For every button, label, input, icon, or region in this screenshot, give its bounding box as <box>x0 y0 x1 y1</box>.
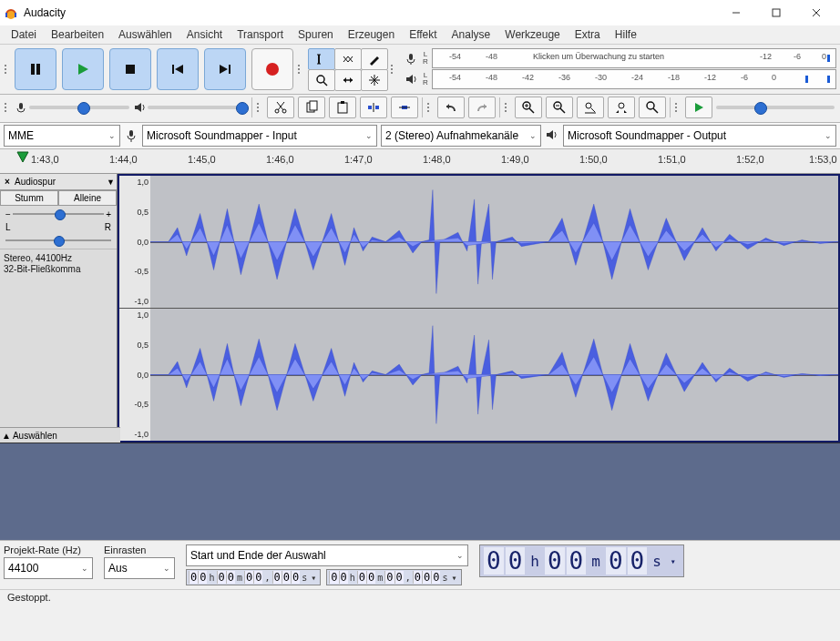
grip-icon[interactable] <box>297 48 304 90</box>
selection-end-time[interactable]: 00h 00m 00, 000s▾ <box>326 569 461 585</box>
fit-selection-button[interactable] <box>577 97 604 118</box>
fit-project-button[interactable] <box>608 97 635 118</box>
timeline-ruler[interactable]: 1:43,0 1:44,0 1:45,0 1:46,0 1:47,0 1:48,… <box>0 149 840 174</box>
selection-mode-dropdown[interactable]: Start und Ende der Auswahl⌄ <box>186 544 468 566</box>
timeshift-tool-button[interactable] <box>334 69 362 91</box>
zoom-tool-button[interactable] <box>308 69 335 91</box>
svg-point-15 <box>266 63 279 76</box>
svg-marker-67 <box>17 152 28 162</box>
track-area: × Audiospur ▼ Stumm Alleine −+ LR Stereo… <box>0 174 840 443</box>
grip-icon[interactable] <box>4 103 11 112</box>
speaker-icon <box>545 128 559 143</box>
svg-marker-46 <box>446 104 449 109</box>
grip-icon[interactable] <box>256 103 263 112</box>
snap-dropdown[interactable]: Aus⌄ <box>104 557 175 579</box>
cut-button[interactable] <box>267 97 294 118</box>
envelope-tool-button[interactable] <box>334 48 362 70</box>
waveform-right[interactable] <box>150 309 838 441</box>
mute-button[interactable]: Stumm <box>0 190 58 206</box>
vertical-scale[interactable]: 1,00,50,0-0,5-1,0 <box>119 176 150 308</box>
host-api-dropdown[interactable]: MME⌄ <box>4 125 120 147</box>
draw-tool-button[interactable] <box>361 48 388 70</box>
vertical-scale[interactable]: 1,00,50,0-0,5-1,0 <box>119 309 150 441</box>
zoom-toggle-button[interactable] <box>639 97 666 118</box>
grip-icon[interactable] <box>674 103 681 112</box>
close-button[interactable] <box>796 0 836 25</box>
mic-icon <box>124 128 138 143</box>
menu-spuren[interactable]: Spuren <box>291 26 341 43</box>
window-title: Audacity <box>24 6 66 19</box>
track-name-label[interactable]: Audiospur <box>15 177 105 187</box>
record-button[interactable] <box>251 48 293 90</box>
multi-tool-button[interactable] <box>361 69 388 91</box>
pause-button[interactable] <box>15 48 56 90</box>
gain-slider[interactable]: −+ <box>0 206 117 222</box>
menu-transport[interactable]: Transport <box>230 26 291 43</box>
empty-track-space[interactable] <box>0 443 840 540</box>
skip-start-button[interactable] <box>157 48 199 90</box>
toolbar-row-2 <box>0 95 840 123</box>
audio-position-time[interactable]: 00h 00m 00s▾ <box>479 544 684 577</box>
grip-icon[interactable] <box>504 103 511 112</box>
menu-werkzeuge[interactable]: Werkzeuge <box>497 26 567 43</box>
svg-rect-11 <box>172 65 174 74</box>
menu-effekt[interactable]: Effekt <box>402 26 444 43</box>
track-close-button[interactable]: × <box>2 177 13 187</box>
mic-icon[interactable] <box>401 52 421 65</box>
maximize-button[interactable] <box>756 0 796 25</box>
play-device-dropdown[interactable]: Microsoft Soundmapper - Output⌄ <box>563 125 836 147</box>
svg-line-62 <box>653 108 658 113</box>
menu-analyse[interactable]: Analyse <box>445 26 498 43</box>
trim-button[interactable] <box>360 97 387 118</box>
svg-point-55 <box>586 103 591 108</box>
silence-button[interactable] <box>391 97 418 118</box>
grip-icon[interactable] <box>4 48 11 90</box>
track-select-button[interactable]: ▲Auswählen <box>0 427 120 443</box>
menu-datei[interactable]: Datei <box>4 26 44 43</box>
svg-rect-2 <box>15 13 16 17</box>
pan-slider[interactable] <box>0 232 117 249</box>
meter-toolbar: LR -54 -48 Klicken um Überwachung zu sta… <box>401 48 836 90</box>
solo-button[interactable]: Alleine <box>58 190 117 206</box>
svg-rect-28 <box>409 54 413 60</box>
svg-rect-42 <box>375 106 379 109</box>
play-speed-slider[interactable] <box>716 106 835 109</box>
svg-marker-47 <box>484 104 487 109</box>
svg-line-20 <box>323 82 327 86</box>
menu-extra[interactable]: Extra <box>568 26 608 43</box>
menu-auswaehlen[interactable]: Auswählen <box>111 26 179 43</box>
redo-button[interactable] <box>468 97 496 118</box>
play-volume-slider[interactable] <box>133 101 248 114</box>
selection-start-time[interactable]: 00h 00m 00, 000s▾ <box>186 569 321 585</box>
menu-ansicht[interactable]: Ansicht <box>179 26 230 43</box>
stop-button[interactable] <box>109 48 151 90</box>
minimize-button[interactable] <box>716 0 756 25</box>
zoom-out-button[interactable] <box>546 97 573 118</box>
track-menu-button[interactable]: ▼ <box>107 178 115 187</box>
menu-hilfe[interactable]: Hilfe <box>608 26 644 43</box>
svg-rect-8 <box>36 64 40 75</box>
rec-channels-dropdown[interactable]: 2 (Stereo) Aufnahmekanäle⌄ <box>381 125 541 147</box>
rec-volume-slider[interactable] <box>15 101 129 114</box>
record-meter[interactable]: -54 -48 Klicken um Überwachung zu starte… <box>432 48 836 68</box>
play-button[interactable] <box>62 48 104 90</box>
svg-marker-23 <box>350 77 353 83</box>
zoom-in-button[interactable] <box>515 97 542 118</box>
menu-bearbeiten[interactable]: Bearbeiten <box>44 26 111 43</box>
grip-icon[interactable] <box>390 48 397 90</box>
project-rate-dropdown[interactable]: 44100⌄ <box>4 557 93 579</box>
waveform-left[interactable] <box>150 176 838 308</box>
play-at-speed-button[interactable] <box>685 97 712 118</box>
skip-end-button[interactable] <box>204 48 246 90</box>
svg-marker-30 <box>406 75 413 84</box>
rec-device-dropdown[interactable]: Microsoft Soundmapper - Input⌄ <box>142 125 377 147</box>
paste-button[interactable] <box>329 97 356 118</box>
svg-marker-66 <box>547 130 553 139</box>
selection-tool-button[interactable] <box>308 48 335 70</box>
speaker-icon[interactable] <box>401 73 421 86</box>
copy-button[interactable] <box>298 97 325 118</box>
menu-erzeugen[interactable]: Erzeugen <box>341 26 402 43</box>
play-meter[interactable]: -54 -48 -42 -36 -30 -24 -18 -12 -6 0 <box>432 69 836 89</box>
grip-icon[interactable] <box>426 103 434 112</box>
undo-button[interactable] <box>437 97 465 118</box>
